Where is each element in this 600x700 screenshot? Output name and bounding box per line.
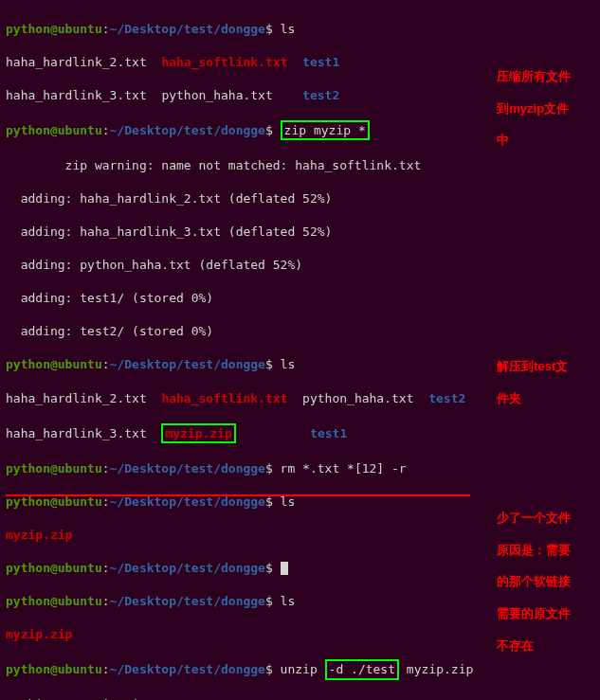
file: haha_hardlink_3.txt bbox=[6, 88, 147, 102]
zip-warning: zip warning: name not matched: haha_soft… bbox=[6, 157, 594, 174]
cmd-rm: rm *.txt *[12] -r bbox=[281, 461, 407, 476]
annotation-zip: 压缩所有文件 到myzip文件 中 bbox=[490, 53, 594, 149]
zip-file: myzip.zip bbox=[165, 426, 231, 440]
cmd-zip: zip myzip * bbox=[284, 123, 366, 137]
dir: test2 bbox=[302, 88, 339, 102]
highlight-myzip: myzip.zip bbox=[161, 423, 235, 444]
zip-output: adding: haha_hardlink_3.txt (deflated 52… bbox=[6, 224, 594, 241]
annotation-missing: 少了一个文件 原因是：需要 的那个软链接 需要的原文件 不存在 bbox=[490, 494, 594, 655]
annotation-unzip: 解压到test文 件夹 bbox=[490, 343, 594, 407]
highlight-zip-cmd: zip myzip * bbox=[281, 120, 370, 141]
prompt-path: ~/Desktop/test/dongge bbox=[110, 22, 265, 36]
cmd-ls: ls bbox=[281, 22, 296, 36]
cmd-unzip-pre: unzip bbox=[281, 662, 325, 676]
highlight-unzip-opt: -d ./test bbox=[325, 659, 399, 680]
zip-output: adding: test2/ (stored 0%) bbox=[6, 323, 594, 340]
dir: test1 bbox=[302, 55, 339, 69]
file: haha_hardlink_2.txt bbox=[6, 55, 147, 69]
archive-line: Archive: myzip.zip bbox=[6, 696, 594, 700]
prompt-user: python@ubuntu bbox=[6, 22, 102, 36]
red-underline bbox=[6, 494, 470, 496]
cursor bbox=[281, 562, 288, 575]
zip-output: adding: python_haha.txt (deflated 52%) bbox=[6, 257, 594, 274]
zip-output: adding: test1/ (stored 0%) bbox=[6, 290, 594, 307]
terminal-block-1: python@ubuntu:~/Desktop/test/dongge$ ls … bbox=[0, 0, 600, 700]
zip-output: adding: haha_hardlink_2.txt (deflated 52… bbox=[6, 190, 594, 207]
broken-symlink: haha_softlink.txt bbox=[161, 55, 287, 69]
file: python_haha.txt bbox=[161, 88, 272, 102]
